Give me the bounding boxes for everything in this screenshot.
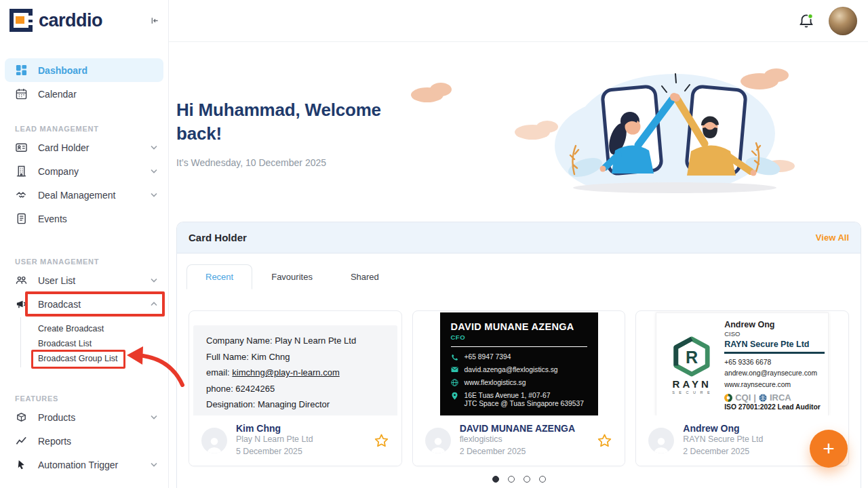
carousel-dot-3[interactable] [524, 476, 530, 483]
rayn-logo: R RAYN S E C U R E [659, 319, 724, 411]
contact-name: Kim Chng [236, 423, 313, 434]
chevron-up-icon [151, 302, 157, 306]
contact-company: RAYN Secure Pte Ltd [683, 434, 763, 446]
preview-email: david.azenga@flexlogistics.sg [465, 366, 558, 375]
users-icon [15, 274, 28, 286]
dashboard-icon [15, 64, 28, 76]
preview-job-title: CISO [724, 330, 825, 338]
section-heading-features: FEATURES [0, 392, 168, 405]
cert-irca-label: IRCA [770, 392, 791, 403]
sidebar-item-label: Dashboard [38, 65, 87, 76]
carddio-logo-icon [9, 9, 33, 32]
card-list: Company Name: Play N Learn Pte Ltd Full … [189, 310, 849, 466]
preview-address-1: 16E Tuas Avenue 1, #07-67 [465, 392, 551, 399]
handshake-icon [15, 189, 28, 201]
carousel-dot-1[interactable] [492, 476, 499, 483]
preview-full-name: Full Name: Kim Chng [206, 349, 389, 365]
card-holder-panel: Card Holder View All Recent Favourites S… [176, 222, 861, 488]
main-content: Hi Muhammad, Welcome back! It’s Wednesda… [169, 42, 868, 488]
calendar-icon [15, 88, 28, 100]
contact-date: 5 December 2025 [236, 446, 313, 458]
location-pin-icon [451, 392, 458, 401]
box-icon [15, 411, 28, 423]
sidebar-item-label: Events [38, 214, 67, 224]
business-card-details: Andrew Ong CISO RAYN Secure Pte Ltd +65 … [724, 319, 825, 411]
add-card-fab[interactable]: + [810, 430, 848, 468]
preview-phone: phone: 62424265 [206, 381, 389, 397]
chevron-down-icon [151, 462, 157, 467]
mail-icon [451, 366, 458, 373]
email-prefix: email: [206, 367, 232, 378]
card-holder-tabs: Recent Favourites Shared [186, 264, 861, 289]
carousel-dot-4[interactable] [539, 476, 546, 483]
user-avatar[interactable] [829, 7, 857, 35]
sidebar-item-broadcast[interactable]: Broadcast [0, 292, 168, 316]
logo-text: carddio [39, 10, 102, 31]
sidebar-item-calendar[interactable]: Calendar [0, 82, 168, 106]
topbar [169, 0, 868, 42]
sidebar-item-label: Automation Trigger [38, 460, 118, 470]
broadcast-submenu: Create Broadcast Broadcast List Broadcas… [20, 317, 168, 367]
sidebar-item-card-holder[interactable]: Card Holder [0, 136, 168, 159]
chevron-down-icon [151, 145, 157, 150]
panel-header: Card Holder View All [177, 222, 861, 253]
tab-shared[interactable]: Shared [332, 264, 398, 289]
preview-job-title: CFO [451, 333, 587, 341]
view-all-link[interactable]: View All [816, 232, 849, 243]
sidebar-item-user-list[interactable]: User List [0, 268, 168, 292]
sidebar-item-automation-trigger[interactable]: Automation Trigger [0, 453, 168, 476]
sidebar-item-label: Products [38, 412, 75, 423]
rayn-logo-text: RAYN [673, 378, 711, 390]
submenu-item-broadcast-list[interactable]: Broadcast List [38, 336, 168, 351]
divider [451, 346, 587, 347]
section-heading-lead-management: LEAD MANAGEMENT [0, 122, 168, 136]
contact-name: DAVID MUNANE AZENGA [460, 423, 575, 434]
sidebar-item-reports[interactable]: Reports [0, 429, 168, 453]
business-card-preview-dark: DAVID MUNANE AZENGA CFO +65 8947 7394 da… [440, 312, 598, 418]
favourite-star-icon[interactable] [597, 433, 612, 449]
notification-bell-icon[interactable] [797, 12, 815, 30]
logo-row: carddio [0, 0, 168, 41]
greeting-block: Hi Muhammad, Welcome back! It’s Wednesda… [176, 98, 400, 168]
card-david-azenga[interactable]: DAVID MUNANE AZENGA CFO +65 8947 7394 da… [412, 310, 626, 466]
certification-row: CQI | IRCA [724, 392, 825, 403]
tab-recent[interactable]: Recent [186, 264, 252, 289]
contact-avatar [201, 428, 227, 453]
preview-website: www.flexlogistics.sg [465, 379, 526, 388]
sidebar-item-deal-management[interactable]: Deal Management [0, 183, 168, 207]
tab-favourites[interactable]: Favourites [252, 264, 332, 289]
contact-name: Andrew Ong [683, 423, 763, 434]
sidebar-item-products[interactable]: Products [0, 405, 168, 429]
preview-website: www.raynsecure.com [724, 380, 825, 390]
favourite-star-icon[interactable] [374, 433, 389, 449]
sidebar-collapse-icon[interactable] [150, 16, 160, 26]
greeting-title: Hi Muhammad, Welcome back! [176, 98, 400, 145]
sidebar-item-company[interactable]: Company [0, 159, 168, 183]
cert-iso-line: ISO 27001:2022 Lead Auditor [724, 403, 825, 411]
sidebar-item-events[interactable]: Events [0, 207, 168, 230]
submenu-item-broadcast-group-list[interactable]: Broadcast Group List [38, 351, 168, 366]
email-link[interactable]: kimchng@play-n-learn.com [232, 367, 339, 378]
preview-email: andrew.ong@raynsecure.com [724, 368, 825, 379]
sidebar-item-label: Card Holder [38, 142, 89, 153]
contact-date: 2 December 2025 [460, 446, 575, 458]
section-heading-user-management: USER MANAGEMENT [0, 255, 168, 268]
preview-name: Andrew Ong [724, 320, 825, 329]
phone-icon [451, 354, 458, 361]
chevron-down-icon [151, 169, 157, 174]
sidebar-item-label: Deal Management [38, 190, 115, 201]
preview-address-2: JTC Space @ Tuas Singapore 639537 [465, 400, 584, 407]
rayn-logo-subtext: S E C U R E [672, 390, 711, 394]
sidebar-item-label: Reports [38, 436, 71, 447]
sidebar-nav: Dashboard Calendar LEAD MANAGEMENT Card … [0, 41, 168, 476]
carousel-dot-2[interactable] [508, 476, 515, 483]
globe-icon [451, 379, 458, 386]
sidebar-item-dashboard[interactable]: Dashboard [5, 58, 163, 82]
sidebar-item-label: Calendar [38, 89, 77, 100]
preview-email-row: david.azenga@flexlogistics.sg [451, 366, 587, 375]
card-kim-chng[interactable]: Company Name: Play N Learn Pte Ltd Full … [189, 310, 402, 466]
submenu-item-create-broadcast[interactable]: Create Broadcast [38, 321, 168, 336]
sidebar-item-label: User List [38, 275, 75, 286]
preview-company: RAYN Secure Pte Ltd [724, 340, 825, 349]
contact-date: 2 December 2025 [683, 446, 763, 458]
